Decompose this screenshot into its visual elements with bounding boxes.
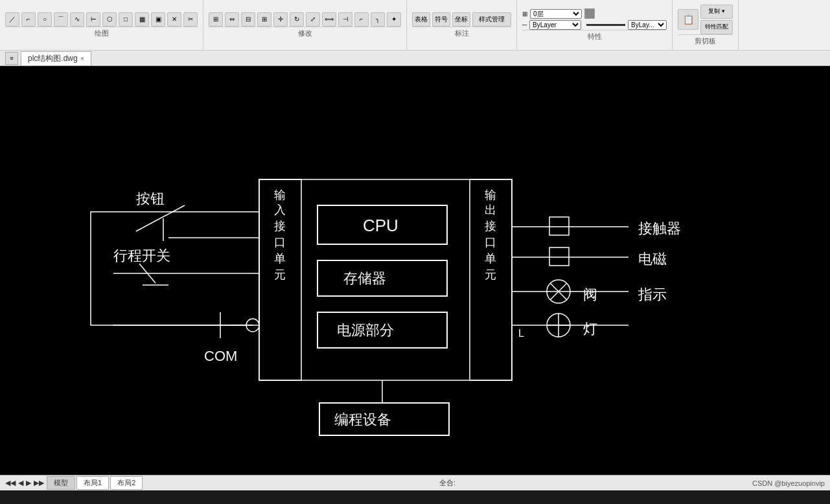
input-interface-text6: 元 [274, 268, 286, 281]
tool-mirror[interactable]: ⇔ [225, 12, 239, 27]
tool-chamfer[interactable]: ⌐ [354, 12, 369, 27]
com-label: COM [204, 348, 237, 364]
tool-scale[interactable]: ⤢ [306, 12, 320, 27]
input-interface-text3: 接 [274, 220, 286, 233]
programming-label: 编程设备 [334, 411, 391, 428]
bottombar: ◀◀ ◀ ▶ ▶▶ 模型 布局1 布局2 全合: CSDN @biyezuopi… [0, 475, 830, 490]
toolbar: ／ ⌐ ○ ⌒ ∿ ⊢ ⬡ □ ▦ ▣ ✕ ✂ 绘图 ⊞ ⇔ ⊟ ⊞ ✛ ↻ ⤢… [0, 0, 830, 51]
group-label-modify: 修改 [209, 27, 401, 38]
tab-close-button[interactable]: × [80, 54, 84, 62]
diagram-svg: .white { stroke: white; fill: none; stro… [0, 66, 830, 475]
solenoid-label: 电磁 [638, 251, 667, 267]
valve-label: 阀 [583, 286, 597, 303]
output-interface-text3: 接 [485, 220, 496, 233]
tool-region[interactable]: ▣ [151, 12, 165, 27]
output-interface-text: 输 [485, 189, 496, 201]
toolbar-group-clipboard: 📋 复制 ▾ 特性匹配 剪切板 [673, 0, 739, 50]
l-label: L [518, 328, 524, 339]
nav-prev-prev[interactable]: ◀◀ [5, 479, 16, 487]
storage-label: 存储器 [343, 270, 386, 286]
group-label-props: 特性 [522, 30, 667, 41]
tool-coord[interactable]: 坐标 [452, 12, 470, 27]
output-interface-text2: 出 [485, 203, 496, 216]
toolbar-group-modify: ⊞ ⇔ ⊟ ⊞ ✛ ↻ ⤢ ⟺ ⊣ ⌐ ╮ ✦ 修改 [203, 0, 407, 50]
tool-break[interactable]: ⊣ [338, 12, 352, 27]
tool-trim[interactable]: ✂ [183, 12, 198, 27]
tool-rect[interactable]: □ [119, 12, 133, 27]
toolbar-group-draw: ／ ⌐ ○ ⌒ ∿ ⊢ ⬡ □ ▦ ▣ ✕ ✂ 绘图 [0, 0, 203, 50]
input-interface-text2: 入 [274, 203, 286, 216]
layout-tabs: 模型 布局1 布局2 [47, 476, 143, 490]
tool-arc[interactable]: ⌒ [54, 12, 68, 27]
layer-icon: ⊞ [522, 10, 527, 17]
button-label: 按钮 [136, 190, 165, 207]
tool-paste[interactable]: 📋 [678, 9, 698, 30]
contactor-label: 接触器 [638, 220, 681, 236]
drawing-canvas: .white { stroke: white; fill: none; stro… [0, 66, 830, 475]
input-interface-text4: 口 [274, 236, 286, 249]
tool-fillet[interactable]: ╮ [371, 12, 385, 27]
tool-hatch[interactable]: ▦ [135, 12, 149, 27]
linetype-icon: ─ [522, 21, 527, 29]
travel-switch-label: 行程开关 [113, 247, 170, 264]
tool-style-mgr[interactable]: 样式管理 [472, 12, 511, 27]
output-interface-text4: 口 [485, 236, 496, 249]
input-interface-text5: 单 [274, 252, 286, 265]
tool-offset[interactable]: ⊟ [241, 12, 255, 27]
nav-prev[interactable]: ◀ [18, 479, 23, 487]
tool-symbol[interactable]: 符号 [432, 12, 450, 27]
tab-layout1[interactable]: 布局1 [76, 476, 109, 490]
group-label-annotate: 标注 [412, 27, 511, 38]
tool-explode[interactable]: ✦ [387, 12, 401, 27]
lineweight-preview [586, 24, 625, 26]
output-contact-2 [549, 247, 569, 266]
color-swatch[interactable] [584, 8, 595, 19]
file-tree-icon[interactable]: ≡ [5, 52, 18, 65]
tool-polygon[interactable]: ⬡ [102, 12, 117, 27]
tab-filename: plc结构图.dwg [28, 53, 78, 64]
tool-match-prop[interactable]: 特性匹配 [700, 20, 733, 34]
toolbar-group-annotate: 表格 符号 坐标 样式管理 标注 [407, 0, 517, 50]
light-label: 灯 [583, 321, 597, 337]
tool-circle[interactable]: ○ [38, 12, 52, 27]
tool-line[interactable]: ／ [5, 12, 19, 27]
power-label: 电源部分 [337, 322, 394, 338]
tool-stretch[interactable]: ⟺ [322, 12, 336, 27]
tabbar: ≡ plc结构图.dwg × [0, 51, 830, 66]
watermark: CSDN @biyezuopinvip [752, 479, 825, 487]
tool-copy[interactable]: ⊞ [209, 12, 223, 27]
lineweight-select[interactable]: ByLay... [628, 20, 667, 30]
tool-xline[interactable]: ⊢ [86, 12, 100, 27]
input-signals-box [91, 212, 259, 325]
tool-spline[interactable]: ∿ [70, 12, 84, 27]
tool-rotate[interactable]: ↻ [290, 12, 304, 27]
tool-erase[interactable]: ✕ [167, 12, 181, 27]
layer-select[interactable]: 0层 [530, 9, 582, 19]
nav-next-next[interactable]: ▶▶ [34, 479, 44, 487]
tool-move[interactable]: ✛ [273, 12, 288, 27]
button-symbol-line [136, 205, 185, 231]
bottom-label: 全合: [439, 478, 455, 488]
tool-copy-clip[interactable]: 复制 ▾ [700, 5, 733, 19]
toolbar-group-props: ⊞ 0层 ─ ByLayer ByLay... 特性 [517, 0, 673, 50]
linetype-select[interactable]: ByLayer [529, 20, 581, 30]
tool-dim[interactable]: 表格 [412, 12, 430, 27]
output-interface-text5: 单 [485, 252, 496, 265]
tool-array[interactable]: ⊞ [257, 12, 271, 27]
tab-layout2[interactable]: 布局2 [110, 476, 143, 490]
indicator-label: 指示 [638, 286, 667, 303]
cpu-label: CPU [363, 216, 398, 235]
tool-polyline[interactable]: ⌐ [21, 12, 36, 27]
output-contact-1 [549, 217, 569, 235]
file-tab[interactable]: plc结构图.dwg × [21, 51, 91, 65]
group-label-clipboard: 剪切板 [678, 34, 733, 46]
tab-model[interactable]: 模型 [47, 476, 75, 490]
nav-next[interactable]: ▶ [26, 479, 31, 487]
group-label-draw: 绘图 [5, 27, 198, 38]
input-interface-text: 输 [274, 189, 286, 201]
output-interface-text6: 元 [485, 268, 496, 281]
